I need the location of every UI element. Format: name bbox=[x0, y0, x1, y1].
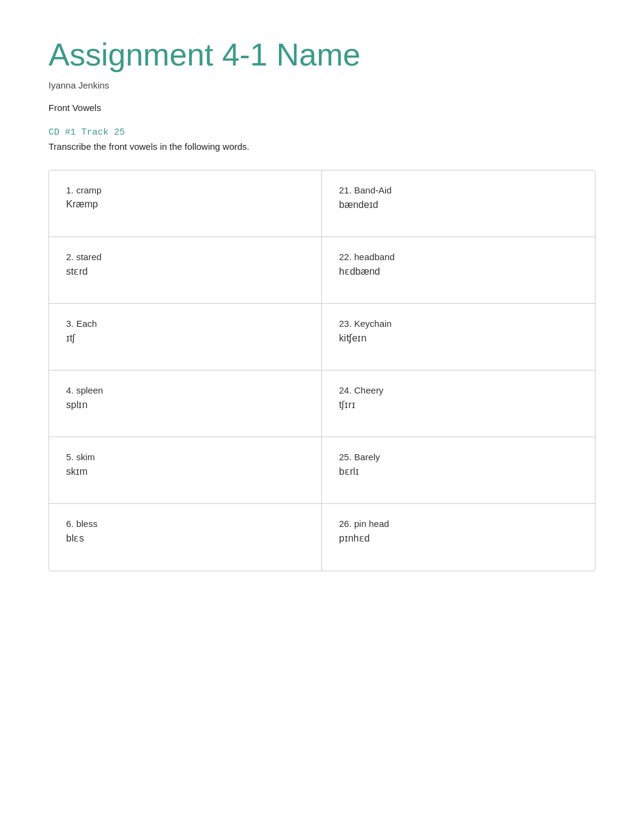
word-number: 22. headband bbox=[339, 252, 578, 262]
transcription-text: tʃɪrɪ bbox=[339, 399, 578, 411]
word-number: 24. Cheery bbox=[339, 385, 578, 395]
page-title: Assignment 4-1 Name bbox=[49, 36, 595, 73]
transcription-grid: 1. crampKræmp21. Band-Aidbændeɪd2. stare… bbox=[49, 170, 595, 571]
word-number: 4. spleen bbox=[66, 385, 304, 395]
transcription-text: Kræmp bbox=[66, 199, 304, 210]
table-row: 6. blessblɛs bbox=[49, 504, 322, 571]
table-row: 22. headbandhɛdbænd bbox=[322, 237, 595, 304]
transcription-text: hɛdbænd bbox=[339, 266, 578, 277]
cd-track: CD #1 Track 25 bbox=[49, 127, 595, 138]
word-number: 6. bless bbox=[66, 518, 304, 529]
transcription-text: blɛs bbox=[66, 532, 304, 544]
word-number: 1. cramp bbox=[66, 185, 304, 195]
table-row: 23. Keychainkiʧeɪn bbox=[322, 304, 595, 371]
table-row: 26. pin headpɪnhɛd bbox=[322, 504, 595, 571]
table-row: 1. crampKræmp bbox=[49, 170, 322, 237]
author: Iyanna Jenkins bbox=[49, 80, 595, 90]
instruction: Transcribe the front vowels in the follo… bbox=[49, 141, 595, 152]
table-row: 24. Cheerytʃɪrɪ bbox=[322, 371, 595, 437]
transcription-text: pɪnhɛd bbox=[339, 532, 578, 544]
table-row: 4. spleensplɪn bbox=[49, 371, 322, 437]
table-row: 21. Band-Aidbændeɪd bbox=[322, 170, 595, 237]
word-number: 26. pin head bbox=[339, 518, 578, 529]
transcription-text: splɪn bbox=[66, 399, 304, 411]
word-number: 5. skim bbox=[66, 452, 304, 462]
word-number: 21. Band-Aid bbox=[339, 185, 578, 195]
subject: Front Vowels bbox=[49, 102, 595, 113]
transcription-text: bændeɪd bbox=[339, 199, 578, 210]
transcription-text: ɪtʃ bbox=[66, 332, 304, 344]
word-number: 3. Each bbox=[66, 318, 304, 329]
word-number: 25. Barely bbox=[339, 452, 578, 462]
transcription-text: kiʧeɪn bbox=[339, 332, 578, 344]
table-row: 3. Eachɪtʃ bbox=[49, 304, 322, 371]
transcription-text: stɛrd bbox=[66, 266, 304, 277]
word-number: 23. Keychain bbox=[339, 318, 578, 329]
transcription-text: skɪm bbox=[66, 466, 304, 477]
table-row: 2. staredstɛrd bbox=[49, 237, 322, 304]
table-row: 25. Barelybɛrlɪ bbox=[322, 437, 595, 504]
transcription-text: bɛrlɪ bbox=[339, 466, 578, 477]
word-number: 2. stared bbox=[66, 252, 304, 262]
table-row: 5. skimskɪm bbox=[49, 437, 322, 504]
